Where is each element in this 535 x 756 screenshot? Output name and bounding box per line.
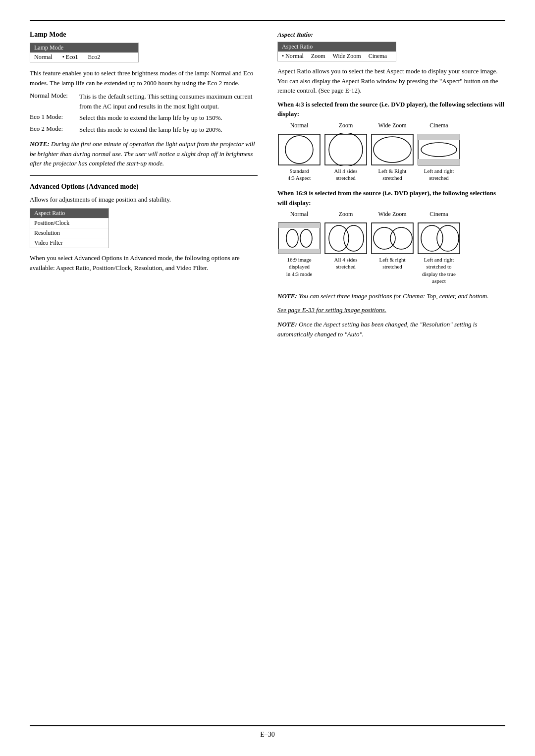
note1-underline-text: See page E-33 for setting image position… bbox=[277, 306, 386, 314]
lamp-mode-note: NOTE: During the first one minute of ope… bbox=[30, 139, 258, 168]
col-label-zoom-169: Zoom bbox=[339, 211, 353, 218]
eco2-mode-text: Select this mode to extend the lamp life… bbox=[79, 125, 258, 135]
lamp-mode-menu-header: Lamp Mode bbox=[30, 43, 138, 53]
cap-4-3-widezoom: Left & Rightstretched bbox=[378, 167, 407, 182]
diagram-16-9-widezoom-item: Left & rightstretched bbox=[371, 222, 414, 270]
normal-mode-row: Normal Mode: This is the default setting… bbox=[30, 92, 258, 111]
cap-16-9-widezoom: Left & rightstretched bbox=[379, 256, 405, 270]
normal-mode-text: This is the default setting. This settin… bbox=[79, 92, 258, 111]
svg-rect-2 bbox=[325, 134, 367, 165]
diagram-4-3-normal: Normal bbox=[277, 122, 321, 131]
divider bbox=[30, 175, 258, 176]
svg-rect-11 bbox=[278, 223, 320, 228]
adv-menu-resolution: Resolution bbox=[30, 228, 108, 238]
note1-bold: NOTE: bbox=[277, 292, 297, 300]
advanced-options-heading: Advanced Options (Advanced mode) bbox=[30, 183, 258, 191]
diagrams-4-3-svgs: Standard4:3 Aspect All 4 sidesstretched bbox=[277, 133, 505, 182]
two-column-layout: Lamp Mode Lamp Mode Normal • Eco1 Eco2 T… bbox=[30, 31, 505, 343]
cap-4-3-cinema: Left and rightstretched bbox=[424, 167, 454, 182]
diagram-4-3-normal-item: Standard4:3 Aspect bbox=[277, 133, 321, 182]
svg-rect-4 bbox=[372, 134, 413, 165]
aspect-cinema: Cinema bbox=[369, 53, 387, 60]
col-label-widezoom-169: Wide Zoom bbox=[378, 211, 406, 218]
cap-16-9-cinema: Left and rightstretched todisplay the tr… bbox=[422, 256, 456, 284]
adv-menu-video-filter: Video Filter bbox=[30, 238, 108, 248]
svg-rect-8 bbox=[418, 159, 460, 165]
advanced-options-text: When you select Advanced Options in Adva… bbox=[30, 253, 258, 272]
section-4-3: When 4:3 is selected from the source (i.… bbox=[277, 100, 505, 182]
eco1-mode-label: Eco 1 Mode: bbox=[30, 113, 79, 123]
aspect-zoom: Zoom bbox=[311, 53, 325, 60]
eco1-mode-text: Select this mode to extend the lamp life… bbox=[79, 113, 258, 123]
diagram-4-3-cinema: Cinema bbox=[417, 122, 461, 131]
note2-bold: NOTE: bbox=[277, 321, 297, 328]
eco2-mode-row: Eco 2 Mode: Select this mode to extend t… bbox=[30, 125, 258, 135]
section-16-9: When 16:9 is selected from the source (i… bbox=[277, 188, 505, 284]
section-4-3-label: When 4:3 is selected from the source (i.… bbox=[277, 100, 505, 119]
aspect-normal: • Normal bbox=[282, 53, 304, 60]
aspect-ratio-heading: Aspect Ratio: bbox=[277, 31, 505, 39]
col-label-widezoom-43: Wide Zoom bbox=[378, 122, 406, 129]
col-label-normal-169: Normal bbox=[290, 211, 309, 218]
aspect-ratio-menu: Aspect Ratio • Normal Zoom Wide Zoom Cin… bbox=[277, 42, 396, 61]
diagrams-16-9-labels: Normal Zoom Wide Zoom Cinema bbox=[277, 211, 505, 220]
diagram-16-9-widezoom: Wide Zoom bbox=[371, 211, 414, 220]
aspect-ratio-menu-row: • Normal Zoom Wide Zoom Cinema bbox=[278, 52, 396, 61]
eco2-mode-label: Eco 2 Mode: bbox=[30, 125, 79, 135]
advanced-options-description: Allows for adjustments of image position… bbox=[30, 195, 258, 205]
lamp-mode-menu: Lamp Mode Normal • Eco1 Eco2 bbox=[30, 43, 139, 62]
lamp-mode-modes: Normal Mode: This is the default setting… bbox=[30, 92, 258, 134]
diagram-16-9-zoom: Zoom bbox=[324, 211, 368, 220]
diagram-4-3-cinema-item: Left and rightstretched bbox=[417, 133, 461, 182]
cap-4-3-normal: Standard4:3 Aspect bbox=[288, 167, 311, 182]
aspect-ratio-desc: Aspect Ratio allows you to select the be… bbox=[277, 66, 505, 96]
diagram-16-9-cinema: Cinema bbox=[417, 211, 461, 220]
col-label-cinema-43: Cinema bbox=[429, 122, 448, 129]
adv-menu-position-clock: Position/Clock bbox=[30, 218, 108, 228]
eco1-mode-row: Eco 1 Mode: Select this mode to extend t… bbox=[30, 113, 258, 123]
svg-rect-15 bbox=[325, 223, 367, 254]
note1: NOTE: You can select three image positio… bbox=[277, 291, 505, 301]
note1-underline: See page E-33 for setting image position… bbox=[277, 305, 505, 315]
note2: NOTE: Once the Aspect setting has been c… bbox=[277, 320, 505, 339]
lamp-mode-normal: Normal bbox=[34, 54, 53, 61]
diagrams-16-9-svgs: 16:9 imagedisplayedin 4:3 mode All 4 sid… bbox=[277, 222, 505, 284]
right-column: Aspect Ratio: Aspect Ratio • Normal Zoom… bbox=[277, 31, 505, 343]
lamp-mode-eco2: Eco2 bbox=[88, 54, 101, 61]
note2-text: Once the Aspect setting has been changed… bbox=[277, 321, 478, 338]
diagrams-4-3-labels: Normal Zoom Wide Zoom Cinema bbox=[277, 122, 505, 131]
lamp-mode-eco1: • Eco1 bbox=[62, 54, 78, 61]
diagram-16-9-normal: Normal bbox=[277, 211, 321, 220]
diagram-4-3-widezoom-item: Left & Rightstretched bbox=[371, 133, 414, 182]
svg-rect-18 bbox=[372, 223, 413, 254]
lamp-mode-heading: Lamp Mode bbox=[30, 31, 258, 39]
cap-16-9-zoom: All 4 sidesstretched bbox=[334, 256, 357, 270]
diagram-16-9-cinema-item: Left and rightstretched todisplay the tr… bbox=[417, 222, 461, 284]
lamp-mode-menu-row: Normal • Eco1 Eco2 bbox=[30, 53, 138, 62]
section-16-9-label: When 16:9 is selected from the source (i… bbox=[277, 188, 505, 208]
normal-mode-label: Normal Mode: bbox=[30, 92, 79, 111]
svg-rect-12 bbox=[278, 249, 320, 254]
diagram-4-3-zoom-item: All 4 sidesstretched bbox=[324, 133, 368, 182]
diagram-4-3-zoom: Zoom bbox=[324, 122, 368, 131]
col-label-normal-43: Normal bbox=[290, 122, 309, 129]
adv-menu-aspect-ratio: Aspect Ratio bbox=[30, 209, 108, 218]
aspect-wide-zoom: Wide Zoom bbox=[333, 53, 361, 60]
diagram-4-3-widezoom: Wide Zoom bbox=[371, 122, 414, 131]
note-text: During the first one minute of operation… bbox=[30, 140, 255, 167]
note1-text: You can select three image positions for… bbox=[299, 292, 488, 300]
col-label-cinema-169: Cinema bbox=[429, 211, 448, 218]
page-number: E–30 bbox=[0, 731, 535, 739]
col-label-zoom-43: Zoom bbox=[339, 122, 353, 129]
svg-rect-7 bbox=[418, 134, 460, 140]
cap-4-3-zoom: All 4 sidesstretched bbox=[334, 167, 357, 182]
left-column: Lamp Mode Lamp Mode Normal • Eco1 Eco2 T… bbox=[30, 31, 258, 343]
lamp-mode-description: This feature enables you to select three… bbox=[30, 68, 258, 88]
page: Lamp Mode Lamp Mode Normal • Eco1 Eco2 T… bbox=[0, 0, 535, 756]
svg-rect-0 bbox=[278, 134, 320, 165]
note-bold: NOTE: bbox=[30, 140, 50, 148]
top-border bbox=[30, 20, 505, 21]
aspect-ratio-menu-header: Aspect Ratio bbox=[278, 42, 396, 52]
cap-16-9-normal: 16:9 imagedisplayedin 4:3 mode bbox=[286, 256, 313, 277]
diagram-16-9-normal-item: 16:9 imagedisplayedin 4:3 mode bbox=[277, 222, 321, 277]
